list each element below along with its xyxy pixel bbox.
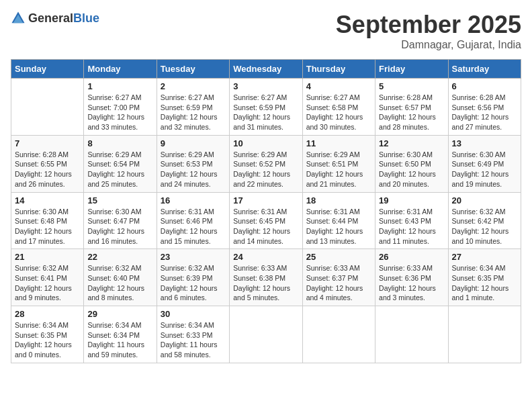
day-number: 28 [15, 309, 80, 319]
sunrise-text: Sunrise: 6:34 AM [15, 320, 80, 330]
day-cell: 18Sunrise: 6:31 AMSunset: 6:44 PMDayligh… [302, 192, 375, 249]
day-info: Sunrise: 6:29 AMSunset: 6:53 PMDaylight:… [161, 150, 226, 189]
day-info: Sunrise: 6:34 AMSunset: 6:34 PMDaylight:… [87, 320, 152, 360]
sunrise-text: Sunrise: 6:29 AM [233, 150, 298, 160]
day-info: Sunrise: 6:31 AMSunset: 6:43 PMDaylight:… [379, 207, 444, 246]
sunrise-text: Sunrise: 6:27 AM [87, 93, 152, 103]
day-info: Sunrise: 6:28 AMSunset: 6:56 PMDaylight:… [452, 93, 517, 132]
daylight-text: Daylight: 12 hours and 5 minutes. [233, 283, 298, 303]
day-number: 18 [306, 195, 371, 205]
sunrise-text: Sunrise: 6:29 AM [306, 150, 371, 160]
daylight-text: Daylight: 12 hours and 8 minutes. [87, 283, 152, 303]
day-info: Sunrise: 6:34 AMSunset: 6:33 PMDaylight:… [161, 320, 226, 360]
calendar-body: 1Sunrise: 6:27 AMSunset: 7:00 PMDaylight… [11, 79, 521, 363]
sunrise-text: Sunrise: 6:34 AM [87, 320, 152, 330]
day-cell: 13Sunrise: 6:30 AMSunset: 6:49 PMDayligh… [448, 135, 521, 192]
day-cell [375, 306, 448, 363]
sunset-text: Sunset: 6:34 PM [87, 330, 152, 340]
sunset-text: Sunset: 6:43 PM [379, 216, 444, 226]
daylight-text: Daylight: 12 hours and 10 minutes. [452, 226, 517, 246]
daylight-text: Daylight: 12 hours and 21 minutes. [306, 169, 371, 189]
sunset-text: Sunset: 6:59 PM [161, 103, 226, 113]
day-info: Sunrise: 6:34 AMSunset: 6:35 PMDaylight:… [15, 320, 80, 360]
day-number: 13 [452, 138, 517, 148]
sunset-text: Sunset: 6:40 PM [87, 273, 152, 283]
day-cell: 24Sunrise: 6:33 AMSunset: 6:38 PMDayligh… [230, 249, 302, 306]
day-cell: 8Sunrise: 6:29 AMSunset: 6:54 PMDaylight… [84, 135, 157, 192]
day-number: 29 [87, 309, 152, 319]
daylight-text: Daylight: 12 hours and 32 minutes. [161, 112, 226, 132]
day-number: 26 [379, 252, 444, 262]
calendar-subtitle: Damnagar, Gujarat, India [336, 39, 521, 51]
sunrise-text: Sunrise: 6:30 AM [452, 150, 517, 160]
title-area: September 2025 Damnagar, Gujarat, India [336, 11, 521, 51]
sunrise-text: Sunrise: 6:32 AM [161, 263, 226, 273]
day-info: Sunrise: 6:30 AMSunset: 6:50 PMDaylight:… [379, 150, 444, 189]
day-info: Sunrise: 6:32 AMSunset: 6:42 PMDaylight:… [452, 207, 517, 246]
day-number: 16 [161, 195, 226, 205]
daylight-text: Daylight: 12 hours and 9 minutes. [15, 283, 80, 303]
calendar-table: SundayMondayTuesdayWednesdayThursdayFrid… [11, 59, 521, 363]
sunset-text: Sunset: 6:55 PM [15, 159, 80, 169]
day-number: 5 [379, 81, 444, 91]
sunrise-text: Sunrise: 6:29 AM [87, 150, 152, 160]
sunset-text: Sunset: 6:39 PM [161, 273, 226, 283]
day-info: Sunrise: 6:33 AMSunset: 6:36 PMDaylight:… [379, 263, 444, 303]
daylight-text: Daylight: 12 hours and 6 minutes. [161, 283, 226, 303]
day-number: 12 [379, 138, 444, 148]
daylight-text: Daylight: 12 hours and 25 minutes. [87, 169, 152, 189]
sunrise-text: Sunrise: 6:31 AM [379, 207, 444, 217]
daylight-text: Daylight: 12 hours and 24 minutes. [161, 169, 226, 189]
day-cell: 21Sunrise: 6:32 AMSunset: 6:41 PMDayligh… [11, 249, 84, 306]
day-cell: 4Sunrise: 6:27 AMSunset: 6:58 PMDaylight… [302, 79, 375, 136]
day-number: 1 [87, 81, 152, 91]
day-cell: 6Sunrise: 6:28 AMSunset: 6:56 PMDaylight… [448, 79, 521, 136]
sunset-text: Sunset: 6:42 PM [452, 216, 517, 226]
col-header-friday: Friday [375, 60, 448, 79]
sunrise-text: Sunrise: 6:31 AM [161, 207, 226, 217]
daylight-text: Daylight: 11 hours and 58 minutes. [161, 340, 226, 359]
sunrise-text: Sunrise: 6:32 AM [15, 263, 80, 273]
day-info: Sunrise: 6:32 AMSunset: 6:39 PMDaylight:… [161, 263, 226, 303]
sunset-text: Sunset: 6:44 PM [306, 216, 371, 226]
col-header-thursday: Thursday [302, 60, 375, 79]
sunset-text: Sunset: 6:48 PM [15, 216, 80, 226]
daylight-text: Daylight: 12 hours and 19 minutes. [452, 169, 517, 189]
day-cell: 28Sunrise: 6:34 AMSunset: 6:35 PMDayligh… [11, 306, 84, 363]
day-number: 8 [87, 138, 152, 148]
day-cell: 27Sunrise: 6:34 AMSunset: 6:35 PMDayligh… [448, 249, 521, 306]
day-cell: 3Sunrise: 6:27 AMSunset: 6:59 PMDaylight… [230, 79, 302, 136]
sunset-text: Sunset: 6:38 PM [233, 273, 298, 283]
day-number: 20 [452, 195, 517, 205]
sunrise-text: Sunrise: 6:32 AM [452, 207, 517, 217]
sunrise-text: Sunrise: 6:31 AM [306, 207, 371, 217]
sunrise-text: Sunrise: 6:34 AM [161, 320, 226, 330]
sunrise-text: Sunrise: 6:31 AM [233, 207, 298, 217]
sunset-text: Sunset: 6:53 PM [161, 159, 226, 169]
week-row-3: 14Sunrise: 6:30 AMSunset: 6:48 PMDayligh… [11, 192, 521, 249]
sunrise-text: Sunrise: 6:30 AM [15, 207, 80, 217]
sunset-text: Sunset: 6:45 PM [233, 216, 298, 226]
day-info: Sunrise: 6:33 AMSunset: 6:37 PMDaylight:… [306, 263, 371, 303]
day-number: 19 [379, 195, 444, 205]
sunset-text: Sunset: 6:47 PM [87, 216, 152, 226]
day-info: Sunrise: 6:31 AMSunset: 6:45 PMDaylight:… [233, 207, 298, 246]
daylight-text: Daylight: 12 hours and 22 minutes. [233, 169, 298, 189]
day-cell: 14Sunrise: 6:30 AMSunset: 6:48 PMDayligh… [11, 192, 84, 249]
logo-text-blue: Blue [73, 11, 99, 25]
day-number: 24 [233, 252, 298, 262]
day-cell: 23Sunrise: 6:32 AMSunset: 6:39 PMDayligh… [157, 249, 229, 306]
sunrise-text: Sunrise: 6:29 AM [161, 150, 226, 160]
day-number: 23 [161, 252, 226, 262]
day-cell: 5Sunrise: 6:28 AMSunset: 6:57 PMDaylight… [375, 79, 448, 136]
day-number: 2 [161, 81, 226, 91]
day-number: 27 [452, 252, 517, 262]
sunrise-text: Sunrise: 6:28 AM [452, 93, 517, 103]
daylight-text: Daylight: 12 hours and 13 minutes. [306, 226, 371, 246]
daylight-text: Daylight: 12 hours and 0 minutes. [15, 340, 80, 359]
logo: GeneralBlue [11, 11, 99, 26]
sunset-text: Sunset: 6:52 PM [233, 159, 298, 169]
day-info: Sunrise: 6:30 AMSunset: 6:49 PMDaylight:… [452, 150, 517, 189]
day-cell [448, 306, 521, 363]
day-cell: 17Sunrise: 6:31 AMSunset: 6:45 PMDayligh… [230, 192, 302, 249]
